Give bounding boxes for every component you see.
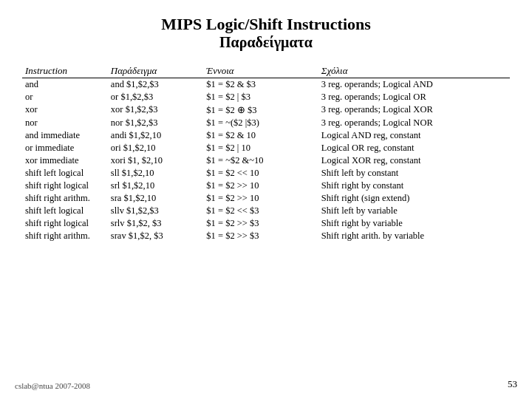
title-block: MIPS Logic/Shift Instructions Παραδείγμα…	[22, 15, 510, 51]
table-cell: $1 = ~$2 &~10	[203, 154, 318, 167]
table-row: shift left logicalsll $1,$2,10$1 = $2 <<…	[22, 167, 510, 180]
table-row: xorxor $1,$2,$3$1 = $2 ⊕ $33 reg. operan…	[22, 103, 510, 117]
table-cell: sra $1,$2,10	[108, 192, 203, 205]
table-cell: Shift left by constant	[318, 167, 510, 180]
table-cell: xor $1,$2,$3	[108, 103, 203, 117]
table-cell: sll $1,$2,10	[108, 167, 203, 180]
table-cell: srl $1,$2,10	[108, 180, 203, 192]
table-cell: $1 = $2 & $3	[203, 78, 318, 92]
table-cell: or immediate	[22, 142, 108, 154]
page: MIPS Logic/Shift Instructions Παραδείγμα…	[0, 0, 532, 399]
table-cell: srav $1,$2, $3	[108, 230, 203, 242]
table-cell: shift right arithm.	[22, 192, 108, 205]
table-cell: 3 reg. operands; Logical XOR	[318, 103, 510, 117]
table-cell: and $1,$2,$3	[108, 78, 203, 92]
table-cell: andi $1,$2,10	[108, 129, 203, 142]
table-row: shift right arithm.srav $1,$2, $3$1 = $2…	[22, 230, 510, 242]
table-cell: $1 = ~($2 |$3)	[203, 117, 318, 129]
header-instruction: Instruction	[22, 64, 108, 78]
table-row: andand $1,$2,$3$1 = $2 & $33 reg. operan…	[22, 78, 510, 92]
table-row: nornor $1,$2,$3$1 = ~($2 |$3)3 reg. oper…	[22, 117, 510, 129]
table-cell: Logical XOR reg, constant	[318, 154, 510, 167]
table-cell: $1 = $2 | $3	[203, 91, 318, 103]
table-cell: xori $1, $2,10	[108, 154, 203, 167]
table-cell: and	[22, 78, 108, 92]
table-cell: xor immediate	[22, 154, 108, 167]
table-cell: Shift right by constant	[318, 180, 510, 192]
table-cell: shift right logical	[22, 217, 108, 230]
table-cell: $1 = $2 | 10	[203, 142, 318, 154]
table-row: shift right logicalsrl $1,$2,10$1 = $2 >…	[22, 180, 510, 192]
table-cell: shift left logical	[22, 205, 108, 217]
table-cell: $1 = $2 & 10	[203, 129, 318, 142]
table-row: or immediateori $1,$2,10$1 = $2 | 10Logi…	[22, 142, 510, 154]
table-cell: $1 = $2 >> $3	[203, 217, 318, 230]
header-notes: Σχόλια	[318, 64, 510, 78]
table-cell: or	[22, 91, 108, 103]
table-cell: and immediate	[22, 129, 108, 142]
table-cell: or $1,$2,$3	[108, 91, 203, 103]
table-cell: srlv $1,$2, $3	[108, 217, 203, 230]
table-cell: shift right arithm.	[22, 230, 108, 242]
table-row: shift left logicalsllv $1,$2,$3$1 = $2 <…	[22, 205, 510, 217]
table-cell: Logical OR reg, constant	[318, 142, 510, 154]
table-area: Instruction Παράδειγμα Έννοια Σχόλια and…	[22, 64, 510, 242]
table-cell: xor	[22, 103, 108, 117]
table-cell: Logical AND reg, constant	[318, 129, 510, 142]
table-cell: Shift right (sign extend)	[318, 192, 510, 205]
title-main: MIPS Logic/Shift Instructions	[22, 15, 510, 34]
table-cell: $1 = $2 >> $3	[203, 230, 318, 242]
table-cell: Shift left by variable	[318, 205, 510, 217]
table-cell: sllv $1,$2,$3	[108, 205, 203, 217]
table-cell: shift right logical	[22, 180, 108, 192]
table-row: xor immediatexori $1, $2,10$1 = ~$2 &~10…	[22, 154, 510, 167]
table-cell: $1 = $2 >> 10	[203, 192, 318, 205]
table-cell: nor $1,$2,$3	[108, 117, 203, 129]
table-cell: shift left logical	[22, 167, 108, 180]
table-cell: $1 = $2 << 10	[203, 167, 318, 180]
header-example: Παράδειγμα	[108, 64, 203, 78]
instructions-table: Instruction Παράδειγμα Έννοια Σχόλια and…	[22, 64, 510, 242]
table-row: shift right logicalsrlv $1,$2, $3$1 = $2…	[22, 217, 510, 230]
table-cell: ori $1,$2,10	[108, 142, 203, 154]
table-cell: Shift right arith. by variable	[318, 230, 510, 242]
table-cell: 3 reg. operands; Logical AND	[318, 78, 510, 92]
title-sub: Παραδείγματα	[22, 34, 510, 51]
table-body: andand $1,$2,$3$1 = $2 & $33 reg. operan…	[22, 78, 510, 243]
table-cell: $1 = $2 >> 10	[203, 180, 318, 192]
table-cell: 3 reg. operands; Logical NOR	[318, 117, 510, 129]
table-row: and immediateandi $1,$2,10$1 = $2 & 10Lo…	[22, 129, 510, 142]
header-meaning: Έννοια	[203, 64, 318, 78]
table-cell: Shift right by variable	[318, 217, 510, 230]
table-cell: nor	[22, 117, 108, 129]
table-header-row: Instruction Παράδειγμα Έννοια Σχόλια	[22, 64, 510, 78]
footer-label: cslab@ntua 2007-2008	[15, 381, 90, 390]
table-row: oror $1,$2,$3$1 = $2 | $33 reg. operands…	[22, 91, 510, 103]
table-cell: $1 = $2 ⊕ $3	[203, 103, 318, 117]
table-cell: 3 reg. operands; Logical OR	[318, 91, 510, 103]
table-cell: $1 = $2 << $3	[203, 205, 318, 217]
table-row: shift right arithm.sra $1,$2,10$1 = $2 >…	[22, 192, 510, 205]
page-number: 53	[508, 378, 517, 390]
